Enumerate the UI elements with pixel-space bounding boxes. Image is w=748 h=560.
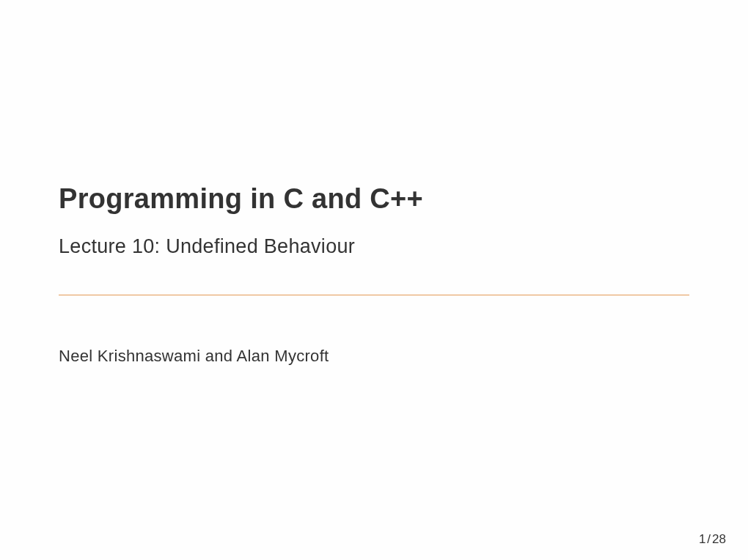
slide-subtitle: Lecture 10: Undefined Behaviour — [59, 215, 689, 258]
page-separator: / — [705, 532, 712, 546]
slide-container: Programming in C and C++ Lecture 10: Und… — [0, 0, 748, 560]
slide-title: Programming in C and C++ — [59, 0, 689, 215]
page-total: 28 — [712, 532, 726, 546]
slide-authors: Neel Krishnaswami and Alan Mycroft — [59, 295, 689, 366]
page-number: 1/28 — [699, 532, 726, 547]
page-current: 1 — [699, 532, 705, 546]
